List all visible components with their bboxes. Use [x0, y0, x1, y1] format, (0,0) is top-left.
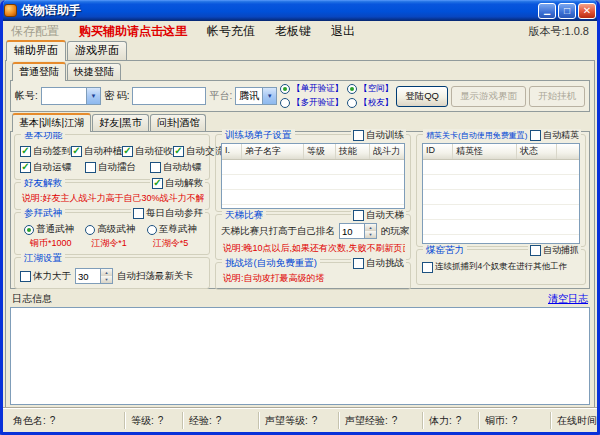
radio-single-verify[interactable]: 【单开验证】 [280, 83, 343, 95]
check-auto-tower[interactable]: 自动挑战 [351, 257, 406, 270]
stamina-value[interactable] [76, 269, 100, 283]
login-qq-button[interactable]: 登陆QQ [396, 86, 448, 107]
tower-note: 说明:自动攻打最高级的塔 [221, 271, 405, 287]
show-game-button[interactable]: 显示游戏界面 [451, 86, 526, 107]
chevron-down-icon[interactable] [262, 88, 276, 104]
radio-icon[interactable] [347, 98, 357, 108]
radio-multi-verify[interactable]: 【多开验证】 [280, 97, 343, 109]
radio-supreme-god[interactable]: 至尊武神 [143, 223, 204, 236]
tab-game-ui[interactable]: 游戏界面 [67, 41, 127, 60]
status-stamina: 体力:? [423, 412, 479, 429]
col-id[interactable]: ID [423, 144, 453, 159]
elite-title: 精英关卡(自动使用免费重置) [426, 130, 527, 141]
status-exp: 经验:? [183, 412, 259, 429]
stamina-stepper[interactable] [75, 268, 113, 284]
checkbox-icon[interactable] [71, 146, 82, 157]
checkbox-icon[interactable] [122, 146, 133, 157]
menu-account-recharge[interactable]: 帐号充值 [207, 23, 255, 40]
check-auto-escort[interactable]: 自动运镖 [20, 161, 71, 174]
checkbox-icon[interactable] [20, 146, 31, 157]
check-auto-signin[interactable]: 自动签到 [20, 145, 71, 158]
platform-combobox[interactable]: 腾讯 [235, 87, 277, 105]
col-index[interactable]: I. [222, 144, 242, 159]
checkbox-icon[interactable] [20, 162, 31, 173]
tab-basic-train-jianghu[interactable]: 基本|训练|江湖 [12, 113, 91, 132]
checkbox-icon[interactable] [173, 146, 184, 157]
check-four-slaves[interactable]: 连续抓捕到4个奴隶在进行其他工作 [422, 261, 580, 273]
group-title: 天梯比赛 [222, 209, 266, 222]
radio-normal-god[interactable]: 普通武神 [20, 223, 81, 236]
checkbox-icon[interactable] [353, 210, 364, 221]
log-title: 日志信息 [12, 292, 52, 306]
clear-log-link[interactable]: 清空日志 [548, 292, 588, 306]
check-stamina-over[interactable]: 体力大于 [20, 270, 71, 283]
spin-down-icon[interactable] [364, 231, 376, 238]
group-title: 煤窑苦力 [423, 244, 467, 257]
tab-normal-login[interactable]: 普通登陆 [12, 62, 66, 81]
tab-assist-ui[interactable]: 辅助界面 [6, 40, 66, 61]
checkbox-icon[interactable] [353, 130, 364, 141]
checkbox-icon[interactable] [530, 130, 541, 141]
tab-quick-login[interactable]: 快捷登陆 [67, 63, 121, 80]
start-hang-button[interactable]: 开始挂机 [529, 86, 585, 107]
radio-icon[interactable] [347, 84, 357, 94]
training-listview[interactable]: I. 弟子名字 等级 技能 战斗力 [221, 143, 405, 209]
spin-up-icon[interactable] [100, 269, 112, 276]
ladder-rank-value[interactable] [340, 224, 364, 238]
col-power[interactable]: 战斗力 [370, 144, 405, 159]
minimize-button[interactable] [538, 3, 556, 19]
spin-down-icon[interactable] [100, 276, 112, 283]
checkbox-icon[interactable] [150, 162, 161, 173]
radio-icon[interactable] [85, 225, 95, 235]
group-tower: 挑战塔(自动免费重置) 自动挑战 说明:自动攻打最高级的塔 [215, 262, 411, 290]
check-auto-rob[interactable]: 自动劫镖 [150, 161, 201, 174]
platform-label: 平台: [209, 89, 232, 103]
col-status[interactable]: 状态 [517, 144, 557, 159]
check-auto-rescue[interactable]: 自动解救 [150, 177, 205, 190]
check-auto-collect[interactable]: 自动征收 [122, 145, 173, 158]
check-auto-arena[interactable]: 自动擂台 [85, 161, 136, 174]
ladder-rank-stepper[interactable] [339, 223, 377, 239]
password-field[interactable] [132, 87, 206, 105]
group-jianghu-settings: 江湖设置 体力大于 自动扫荡最新关卡 [14, 257, 210, 289]
radio-alumni[interactable]: 【校友】 [347, 97, 393, 109]
checkbox-icon[interactable] [152, 178, 163, 189]
tab-fortune-tavern[interactable]: 问卦|酒馆 [150, 114, 207, 131]
checkbox-icon[interactable] [422, 262, 433, 273]
spin-up-icon[interactable] [364, 224, 376, 231]
check-auto-ladder[interactable]: 自动天梯 [351, 209, 406, 222]
elite-listview[interactable]: ID 精英怪 状态 [422, 143, 580, 244]
menu-bar: 保存配置 购买辅助请点击这里 帐号充值 老板键 退出 版本号:1.0.8 [3, 21, 597, 42]
menu-buy-assist[interactable]: 购买辅助请点击这里 [79, 23, 187, 40]
check-auto-plant[interactable]: 自动种植 [71, 145, 122, 158]
col-elite-monster[interactable]: 精英怪 [453, 144, 517, 159]
checkbox-icon[interactable] [353, 258, 364, 269]
ladder-note: 说明:晚10点以后,如果还有次数,失败不刷新页面 [221, 241, 405, 257]
menu-exit[interactable]: 退出 [331, 23, 355, 40]
login-row: 帐号: 密 码: 平台: 腾讯 【单开验证】 [10, 80, 590, 112]
checkbox-icon[interactable] [133, 208, 144, 219]
checkbox-icon[interactable] [85, 162, 96, 173]
account-combobox[interactable] [41, 87, 101, 105]
col-skill[interactable]: 技能 [336, 144, 370, 159]
radio-icon[interactable] [280, 98, 290, 108]
checkbox-icon[interactable] [530, 245, 541, 256]
maximize-button[interactable] [558, 3, 576, 19]
chevron-down-icon[interactable] [86, 88, 100, 104]
check-auto-capture[interactable]: 自动捕抓 [528, 244, 581, 257]
app-icon [4, 4, 17, 17]
log-output[interactable] [10, 307, 590, 405]
group-coal-mine: 煤窑苦力 自动捕抓 连续抓捕到4个奴隶在进行其他工作 [416, 249, 586, 285]
radio-icon[interactable] [24, 225, 34, 235]
close-button[interactable] [578, 3, 596, 19]
col-disciple-name[interactable]: 弟子名字 [242, 144, 304, 159]
radio-advanced-god[interactable]: 高级武神 [81, 223, 142, 236]
tab-friend-market[interactable]: 好友|黑市 [92, 114, 149, 131]
radio-qzone[interactable]: 【空间】 [347, 83, 393, 95]
checkbox-icon[interactable] [20, 271, 31, 282]
col-level[interactable]: 等级 [304, 144, 336, 159]
menu-boss-key[interactable]: 老板键 [275, 23, 311, 40]
radio-icon[interactable] [147, 225, 157, 235]
radio-icon[interactable] [280, 84, 290, 94]
check-daily-worship[interactable]: 每日自动参拜 [131, 207, 205, 220]
